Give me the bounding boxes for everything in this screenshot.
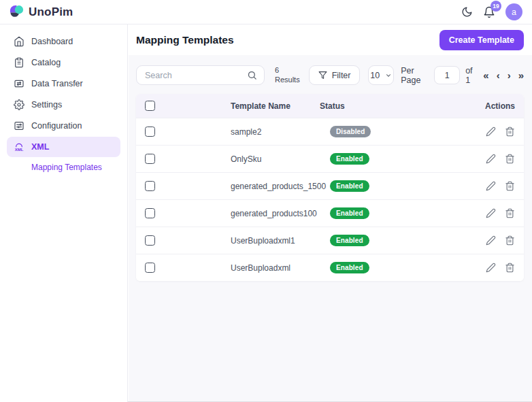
template-name: sample2 [231,127,320,137]
table-header-row: Template Name Status Actions [136,94,524,118]
pagination-prev-button[interactable]: ‹ [497,70,500,80]
column-header-template-name: Template Name [231,101,320,111]
delete-button[interactable] [505,208,515,218]
status-badge: Enabled [330,153,369,165]
pencil-icon [486,127,496,137]
trash-icon [505,181,515,191]
row-checkbox[interactable] [145,235,155,246]
delete-button[interactable] [505,263,515,273]
row-checkbox[interactable] [145,208,155,218]
trash-icon [505,208,515,218]
table-row: generated_products100 Enabled [136,199,524,227]
per-page-select[interactable]: 10 [368,65,394,85]
gear-icon [14,99,24,110]
avatar[interactable]: a [505,3,522,20]
edit-button[interactable] [486,208,496,218]
search-icon[interactable] [247,70,257,80]
dark-mode-toggle[interactable] [461,6,473,18]
mapping-templates-table: Template Name Status Actions sample2 Dis… [136,94,524,281]
edit-button[interactable] [486,181,496,191]
transfer-icon [14,78,24,89]
table-row: sample2 Disabled [136,118,524,145]
sidebar-item-configuration[interactable]: Configuration [7,116,120,136]
status-badge: Enabled [330,207,369,220]
sidebar-item-data-transfer[interactable]: Data Transfer [7,73,120,94]
row-checkbox[interactable] [145,181,155,191]
trash-icon [505,127,515,137]
sidebar-subitem-mapping-templates[interactable]: Mapping Templates [7,159,120,175]
edit-button[interactable] [486,154,496,164]
filter-button[interactable]: Filter [309,65,361,85]
filter-button-label: Filter [332,71,351,80]
pencil-icon [486,181,496,191]
sidebar-item-label: XML [31,142,49,152]
datagrid-toolbar: 6 Results Filter 10 Per Page of 1 « ‹ › … [136,65,524,85]
clipboard-icon [14,57,24,68]
funnel-icon [318,71,327,80]
sidebar-item-label: Catalog [31,58,61,67]
sidebar-item-catalog[interactable]: Catalog [7,52,120,73]
page-header: Mapping Templates Create Template [129,24,532,55]
home-icon [14,36,24,47]
column-header-status: Status [320,101,442,111]
edit-button[interactable] [486,235,496,246]
topbar: UnoPim 19 a [0,0,532,24]
edit-button[interactable] [486,263,496,273]
table-row: OnlySku Enabled [136,145,524,172]
brand-logo[interactable]: UnoPim [9,4,73,20]
delete-button[interactable] [505,181,515,191]
table-row: UserBuploadxml1 Enabled [136,227,524,254]
template-name: generated_products100 [231,209,320,218]
notification-count-badge: 19 [491,1,501,12]
status-badge: Disabled [330,126,371,138]
sidebar-item-label: Data Transfer [31,79,83,88]
xml-icon: XML [14,141,24,152]
row-checkbox[interactable] [145,154,155,164]
template-name: UserBuploadxml1 [231,236,320,246]
page-of-label: of 1 [465,66,476,85]
sidebar-item-dashboard[interactable]: Dashboard [7,31,120,52]
results-count-value: 6 [275,66,300,75]
per-page-label: Per Page [401,66,427,85]
row-checkbox[interactable] [145,263,155,273]
notifications-button[interactable]: 19 [483,6,495,18]
row-checkbox[interactable] [145,127,155,137]
svg-text:XML: XML [15,148,24,152]
pagination-first-button[interactable]: « [483,70,488,80]
brand-name: UnoPim [29,5,73,19]
trash-icon [505,154,515,164]
table-row: UserBuploadxml Enabled [136,254,524,281]
delete-button[interactable] [505,127,515,137]
sidebar-item-label: Settings [31,100,62,110]
search-input[interactable] [145,71,247,80]
trash-icon [505,263,515,273]
search-box[interactable] [136,65,265,85]
sidebar-subitem-label: Mapping Templates [31,163,102,172]
sidebar-item-settings[interactable]: Settings [7,95,120,115]
template-name: UserBuploadxml [231,263,320,273]
delete-button[interactable] [505,235,515,246]
pagination-last-button[interactable]: » [518,70,524,80]
trash-icon [505,235,515,246]
page-title: Mapping Templates [136,34,234,46]
page-number-input[interactable] [434,66,460,84]
sidebar-item-label: Dashboard [31,37,73,46]
pencil-icon [486,154,496,164]
column-header-actions: Actions [442,101,524,111]
create-template-button[interactable]: Create Template [439,30,524,50]
main-content: Mapping Templates Create Template 6 Resu… [129,24,532,402]
pagination-next-button[interactable]: › [508,70,511,80]
sidebar-item-xml[interactable]: XML XML [7,137,120,157]
results-count: 6 Results [275,66,300,84]
delete-button[interactable] [505,154,515,164]
table-row: generated_products_1500 Enabled [136,172,524,199]
sliders-icon [14,120,24,131]
pencil-icon [486,208,496,218]
per-page-value: 10 [370,71,380,80]
status-badge: Enabled [330,235,369,247]
status-badge: Enabled [330,262,369,274]
edit-button[interactable] [486,127,496,137]
status-badge: Enabled [330,180,369,192]
unopim-logo-icon [9,4,24,20]
select-all-checkbox[interactable] [145,101,155,111]
